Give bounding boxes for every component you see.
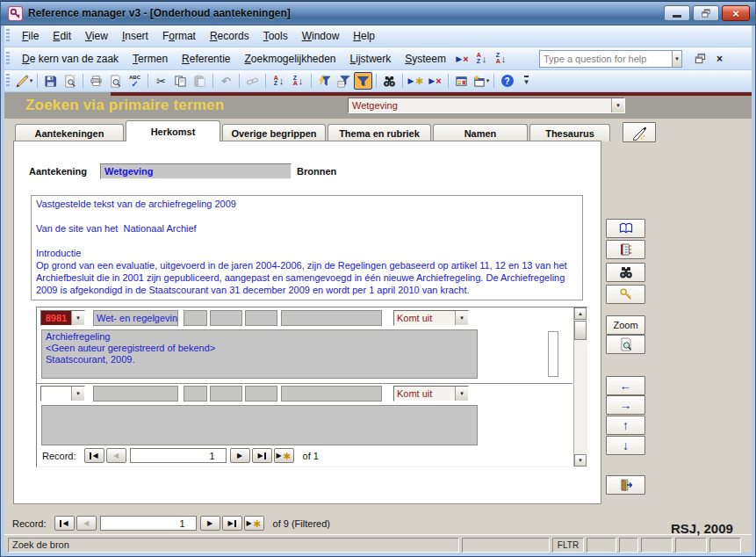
book-button[interactable]	[606, 219, 645, 238]
extra-field-1[interactable]	[184, 386, 207, 401]
extra-field-2[interactable]	[210, 386, 242, 401]
aantekening-memo[interactable]: Vastgestelde tekst van de archiefregelin…	[31, 195, 583, 300]
tab-aantekeningen[interactable]: Aantekeningen	[15, 124, 124, 141]
filter-by-selection-icon[interactable]	[315, 72, 334, 90]
menu-termen[interactable]: Termen	[126, 50, 175, 68]
extra-field-4[interactable]	[281, 386, 382, 401]
relation-dropdown-icon[interactable]: ▾	[455, 387, 468, 401]
source-id-combo[interactable]: ▾	[40, 386, 85, 401]
paste-icon[interactable]	[191, 72, 209, 90]
close-button[interactable]: ×	[722, 5, 750, 21]
source-memo[interactable]: Archiefregeling <Geen auteur geregistree…	[41, 329, 478, 379]
insert-hyperlink-icon[interactable]	[243, 72, 262, 90]
scrollbar-thumb[interactable]	[574, 321, 587, 340]
help-icon[interactable]: ?	[498, 72, 516, 90]
sort-descending-icon[interactable]: ZA↓	[289, 72, 307, 90]
key-button[interactable]	[606, 285, 645, 304]
extra-field-4[interactable]	[281, 310, 382, 326]
extra-field-1[interactable]	[184, 310, 207, 326]
menu-records[interactable]: Records	[203, 27, 256, 45]
toolbar-grip[interactable]	[6, 74, 10, 88]
record-number-input[interactable]: 1	[100, 516, 197, 531]
prev-record-button[interactable]: ◀	[76, 516, 97, 531]
next-record-button[interactable]: ▶	[230, 448, 250, 463]
tab-namen[interactable]: Namen	[433, 124, 528, 141]
find-icon[interactable]	[380, 72, 399, 90]
menu-help[interactable]: Help	[346, 27, 382, 45]
apply-filter-icon[interactable]	[354, 72, 372, 90]
menu-referentie[interactable]: Referentie	[175, 50, 237, 68]
menu-tools[interactable]: Tools	[256, 27, 295, 45]
menu-zoekmogelijkheden[interactable]: Zoekmogelijkheden	[237, 50, 342, 68]
relation-combo[interactable]: Komt uit ▾	[393, 310, 469, 326]
file-search-icon[interactable]	[61, 72, 79, 90]
toolbar-grip[interactable]	[6, 29, 10, 43]
source-memo[interactable]	[41, 405, 478, 445]
source-id-dropdown-icon[interactable]: ▾	[71, 311, 84, 325]
menu-edit[interactable]: Edit	[46, 27, 78, 45]
find-source-button[interactable]	[606, 263, 645, 282]
restore-button[interactable]	[693, 5, 719, 21]
menu-format[interactable]: Format	[155, 27, 203, 45]
scroll-down-icon[interactable]: ▼	[574, 454, 587, 467]
menu-insert[interactable]: Insert	[115, 27, 155, 45]
toolbar-grip[interactable]	[6, 52, 10, 66]
source-id-dropdown-icon[interactable]: ▾	[71, 387, 84, 401]
menu-de-kern-van-de-zaak[interactable]: De kern van de zaak	[15, 50, 126, 68]
extra-field-3[interactable]	[245, 386, 277, 401]
next-record-button[interactable]: ▶	[200, 516, 220, 531]
new-object-icon[interactable]: ▾	[472, 72, 490, 90]
arrow-right-button[interactable]: →	[606, 395, 645, 415]
prev-record-button[interactable]: ◀	[106, 448, 126, 463]
cut-icon[interactable]: ✂	[152, 72, 170, 90]
help-dropdown-icon[interactable]: ▾	[672, 51, 681, 67]
new-record-button[interactable]: ▶∗	[244, 516, 264, 531]
record-number-input[interactable]: 1	[130, 448, 227, 463]
first-record-button[interactable]: ◀	[84, 448, 104, 463]
new-record-button[interactable]: ▶∗	[274, 448, 294, 463]
close-window-icon[interactable]: ×	[710, 50, 729, 68]
menu-window[interactable]: Window	[295, 27, 347, 45]
subform-scrollbar[interactable]: ▲ ▼	[573, 307, 587, 467]
delete-record-icon[interactable]: ▶×	[426, 72, 444, 90]
sort-descending-icon[interactable]: ZA↓	[492, 50, 510, 68]
arrow-down-button[interactable]: ↓	[606, 436, 645, 455]
menu-view[interactable]: View	[78, 27, 115, 45]
index-book-button[interactable]	[606, 240, 645, 259]
sort-ascending-icon[interactable]: AZ↓	[472, 50, 491, 68]
tab-thesaurus[interactable]: Thesaurus	[529, 124, 610, 141]
menu-lijstwerk[interactable]: Lijstwerk	[343, 50, 399, 68]
arrow-up-button[interactable]: ↑	[606, 416, 645, 435]
relation-combo[interactable]: Komt uit ▾	[393, 386, 469, 401]
minimize-button[interactable]	[664, 5, 690, 21]
spelling-icon[interactable]: ABC✓	[126, 72, 144, 90]
undo-icon[interactable]: ↶	[217, 72, 235, 90]
tab-herkomst[interactable]: Herkomst	[126, 120, 220, 141]
scroll-up-icon[interactable]: ▲	[574, 307, 587, 320]
design-view-icon[interactable]: ▾	[15, 72, 33, 90]
tab-overige-begrippen[interactable]: Overige begrippen	[222, 124, 326, 141]
menu-systeem[interactable]: Systeem	[398, 50, 453, 68]
first-record-button[interactable]: ◀	[54, 516, 75, 531]
relation-dropdown-icon[interactable]: ▾	[455, 311, 468, 325]
extra-field-3[interactable]	[245, 310, 277, 326]
aantekening-field[interactable]: Wetgeving	[100, 163, 292, 179]
restore-window-icon[interactable]	[691, 50, 709, 68]
remove-filter-icon[interactable]: ▶×	[453, 50, 472, 68]
tab-thema-en-rubriek[interactable]: Thema en rubriek	[328, 124, 431, 141]
arrow-left-button[interactable]: ←	[606, 376, 645, 395]
menu-file[interactable]: File	[15, 27, 46, 45]
source-type-field[interactable]: Wet- en regelgeving	[93, 310, 178, 326]
toolbar-options-icon[interactable]: ▾	[517, 72, 536, 90]
print-preview-icon[interactable]	[106, 72, 125, 90]
database-window-icon[interactable]	[452, 72, 471, 90]
source-id-combo[interactable]: 8981 ▾	[40, 310, 85, 326]
last-record-button[interactable]: ▶	[252, 448, 272, 463]
last-record-button[interactable]: ▶	[222, 516, 242, 531]
source-type-field[interactable]	[93, 386, 178, 401]
term-combo[interactable]: Wetgeving ▾	[348, 98, 625, 113]
copy-icon[interactable]	[171, 72, 190, 90]
print-icon[interactable]	[87, 72, 105, 90]
save-icon[interactable]	[41, 72, 60, 90]
new-record-icon[interactable]: ▶∗	[407, 72, 425, 90]
